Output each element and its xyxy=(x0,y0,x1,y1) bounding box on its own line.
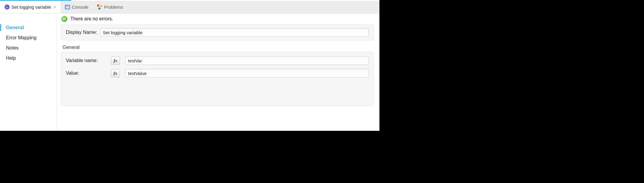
tab-editor-label: Set logging variable xyxy=(11,4,51,10)
sidebar: General Error Mapping Notes Help xyxy=(0,14,57,131)
problems-icon xyxy=(97,4,102,10)
sidebar-item-label: General xyxy=(6,25,24,30)
tab-console-label: Console xyxy=(72,4,88,10)
fx-button-value[interactable]: fx xyxy=(111,69,120,77)
console-icon xyxy=(65,4,70,10)
display-name-label: Display Name: xyxy=(66,30,97,35)
close-icon[interactable]: × xyxy=(54,4,56,10)
sidebar-item-notes[interactable]: Notes xyxy=(0,43,57,53)
wrench-icon xyxy=(4,4,10,10)
status-bar: There are no errors. xyxy=(61,16,374,22)
sidebar-item-error-mapping[interactable]: Error Mapping xyxy=(0,33,57,43)
main-area: General Error Mapping Notes Help There a… xyxy=(0,14,379,131)
fx-button-variable-name[interactable]: fx xyxy=(111,56,120,65)
fx-icon: fx xyxy=(114,58,118,63)
display-name-block: Display Name: xyxy=(61,24,374,40)
fx-icon: fx xyxy=(114,71,118,76)
general-block: Variable name: fx Value: fx xyxy=(61,52,374,106)
tab-editor[interactable]: Set logging variable × xyxy=(0,1,60,13)
content-panel: There are no errors. Display Name: Gener… xyxy=(57,14,379,131)
sidebar-item-general[interactable]: General xyxy=(0,22,57,33)
section-title-general: General xyxy=(61,45,374,50)
tab-console[interactable]: Console xyxy=(60,1,93,13)
ok-icon xyxy=(61,16,67,22)
variable-name-label: Variable name: xyxy=(66,58,111,63)
value-label: Value: xyxy=(66,70,111,76)
display-name-input[interactable] xyxy=(100,28,369,37)
row-variable-name: Variable name: fx xyxy=(66,56,369,65)
row-value: Value: fx xyxy=(66,69,369,77)
sidebar-item-label: Help xyxy=(6,56,16,61)
value-input[interactable] xyxy=(125,69,369,77)
tab-problems[interactable]: Problems xyxy=(93,1,127,13)
sidebar-item-label: Error Mapping xyxy=(6,35,36,40)
app-window: Set logging variable × Console Problems … xyxy=(0,0,379,131)
sidebar-item-help[interactable]: Help xyxy=(0,53,57,63)
variable-name-input[interactable] xyxy=(125,56,369,65)
tab-problems-label: Problems xyxy=(104,4,123,10)
status-text: There are no errors. xyxy=(70,16,113,22)
tab-strip: Set logging variable × Console Problems xyxy=(0,1,379,14)
sidebar-item-label: Notes xyxy=(6,45,19,50)
